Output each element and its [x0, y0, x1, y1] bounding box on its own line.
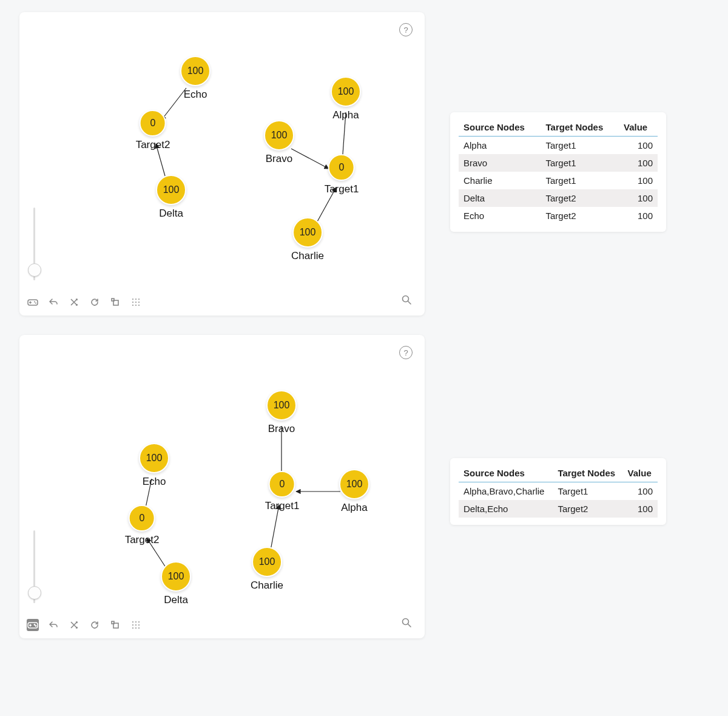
node-value: 100	[180, 56, 211, 86]
node-value: 100	[331, 76, 361, 107]
node-target2[interactable]: 0 Target2	[136, 110, 170, 151]
undo-icon[interactable]	[47, 296, 59, 308]
data-table-2: Source Nodes Target Nodes Value Alpha,Br…	[450, 458, 666, 525]
graph-edges-1	[25, 18, 419, 279]
svg-point-32	[35, 626, 36, 627]
node-value: 100	[339, 469, 369, 499]
node-value: 100	[252, 547, 282, 577]
node-label: Target1	[265, 500, 300, 512]
node-value: 0	[140, 110, 166, 137]
col-value: Value	[619, 118, 658, 137]
node-label: Target1	[325, 183, 359, 195]
svg-point-40	[138, 624, 140, 626]
col-source: Source Nodes	[459, 118, 541, 137]
svg-point-17	[138, 302, 140, 303]
node-target1[interactable]: 0 Target1	[265, 471, 300, 512]
svg-point-9	[35, 303, 36, 304]
node-value: 0	[129, 505, 155, 532]
svg-point-12	[132, 299, 133, 300]
table-row[interactable]: EchoTarget2100	[459, 207, 658, 225]
node-label: Delta	[161, 594, 191, 606]
search-icon[interactable]	[400, 294, 413, 306]
graph-panel-2: ? 100 Echo 0 Target2 100	[19, 335, 425, 638]
svg-point-16	[135, 302, 136, 303]
node-charlie[interactable]: 100 Charlie	[251, 547, 283, 592]
svg-line-45	[408, 624, 411, 627]
graph-panel-1: ? 100 Echo 0 Target2 100	[19, 12, 425, 316]
node-label: Target2	[125, 534, 160, 546]
svg-point-15	[132, 302, 133, 303]
data-table-1: Source Nodes Target Nodes Value AlphaTar…	[450, 112, 666, 232]
node-value: 100	[139, 443, 169, 473]
svg-point-13	[135, 299, 136, 300]
table-row[interactable]: AlphaTarget1100	[459, 137, 658, 155]
node-label: Alpha	[331, 109, 361, 121]
col-target: Target Nodes	[553, 464, 622, 482]
node-label: Bravo	[266, 423, 297, 435]
graph-canvas-1[interactable]: 100 Echo 0 Target2 100 Delta 100 Alpha 1…	[25, 18, 419, 279]
svg-point-41	[132, 627, 133, 629]
search-icon[interactable]	[400, 616, 413, 629]
node-value: 100	[292, 217, 323, 248]
svg-point-38	[132, 624, 133, 626]
node-label: Delta	[156, 208, 186, 220]
slider-thumb[interactable]	[28, 263, 41, 277]
node-value: 100	[264, 120, 294, 150]
node-alpha[interactable]: 100 Alpha	[331, 76, 361, 121]
gamepad-icon[interactable]	[27, 619, 39, 631]
node-label: Echo	[139, 476, 169, 488]
shuffle-icon[interactable]	[68, 296, 80, 308]
table-row[interactable]: Delta,EchoTarget2100	[459, 500, 658, 518]
node-bravo[interactable]: 100 Bravo	[266, 390, 297, 435]
svg-point-31	[34, 624, 35, 626]
node-label: Charlie	[251, 579, 283, 592]
refresh-icon[interactable]	[89, 619, 101, 631]
svg-point-18	[132, 305, 133, 306]
node-echo[interactable]: 100 Echo	[180, 56, 211, 101]
col-target: Target Nodes	[541, 118, 619, 137]
table-row[interactable]: BravoTarget1100	[459, 154, 658, 172]
box-icon[interactable]	[109, 296, 121, 308]
shuffle-icon[interactable]	[68, 619, 80, 631]
node-delta[interactable]: 100 Delta	[161, 561, 191, 606]
table-row[interactable]: CharlieTarget1100	[459, 172, 658, 189]
node-delta[interactable]: 100 Delta	[156, 175, 186, 220]
node-charlie[interactable]: 100 Charlie	[291, 217, 324, 262]
node-value: 0	[269, 471, 295, 498]
grid-icon[interactable]	[130, 296, 142, 308]
node-target1[interactable]: 0 Target1	[325, 154, 359, 195]
table-row[interactable]: DeltaTarget2100	[459, 189, 658, 207]
svg-line-22	[408, 302, 411, 305]
svg-line-3	[291, 149, 329, 169]
node-value: 100	[266, 390, 297, 420]
node-target2[interactable]: 0 Target2	[125, 505, 160, 546]
box-icon[interactable]	[109, 619, 121, 631]
node-echo[interactable]: 100 Echo	[139, 443, 169, 488]
col-source: Source Nodes	[459, 464, 553, 482]
svg-point-36	[135, 621, 136, 623]
svg-point-42	[135, 627, 136, 629]
gamepad-icon[interactable]	[27, 296, 39, 308]
slider-thumb[interactable]	[28, 586, 41, 599]
undo-icon[interactable]	[47, 619, 59, 631]
svg-point-39	[135, 624, 136, 626]
node-label: Bravo	[264, 153, 294, 165]
node-label: Alpha	[339, 502, 369, 514]
node-label: Target2	[136, 139, 170, 151]
node-value: 100	[161, 561, 191, 592]
node-label: Charlie	[291, 250, 324, 262]
node-bravo[interactable]: 100 Bravo	[264, 120, 294, 165]
friction-slider[interactable]	[29, 208, 39, 280]
graph-canvas-2[interactable]: 100 Echo 0 Target2 100 Delta 100 Bravo 0…	[25, 341, 419, 602]
svg-point-35	[132, 621, 133, 623]
node-alpha[interactable]: 100 Alpha	[339, 469, 369, 514]
svg-point-14	[138, 299, 140, 300]
graph-toolbar-2	[27, 619, 142, 631]
refresh-icon[interactable]	[89, 296, 101, 308]
friction-slider[interactable]	[29, 530, 39, 603]
svg-point-37	[138, 621, 140, 623]
grid-icon[interactable]	[130, 619, 142, 631]
svg-point-8	[34, 302, 35, 303]
node-label: Echo	[180, 89, 211, 101]
table-row[interactable]: Alpha,Bravo,CharlieTarget1100	[459, 482, 658, 501]
